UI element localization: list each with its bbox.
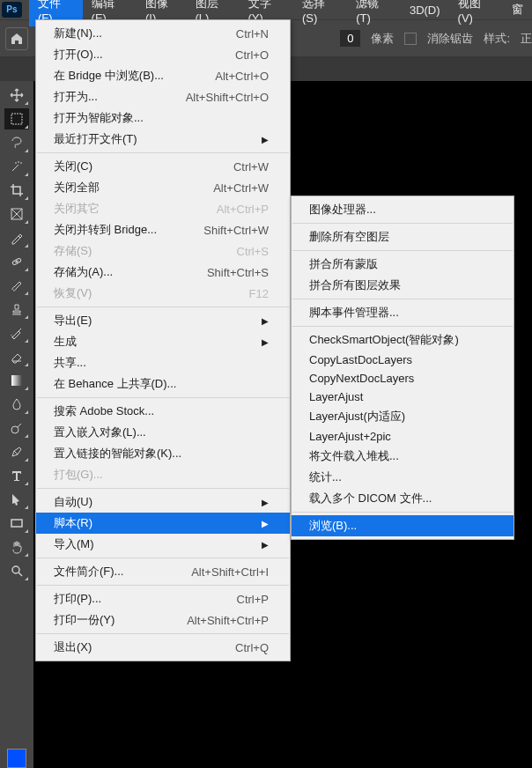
scripts-menu-item-9[interactable]: CheckSmartObject(智能对象) — [292, 329, 514, 351]
svg-point-4 — [11, 426, 18, 433]
scripts-menu-separator — [292, 299, 513, 299]
scripts-menu-item-11[interactable]: CopyNextDocLayers — [292, 369, 514, 388]
foreground-color[interactable] — [7, 749, 26, 768]
scripts-menu-item-5[interactable]: 拼合所有图层效果 — [292, 275, 514, 296]
scripts-menu-item-12[interactable]: LayerAjust — [292, 388, 514, 406]
tool-eyedrop[interactable] — [4, 227, 29, 248]
file-menu-item-16[interactable]: 生成▶ — [36, 331, 290, 352]
tool-pen[interactable] — [4, 441, 29, 462]
tool-wand[interactable] — [4, 156, 29, 177]
file-menu-item-26[interactable]: 脚本(R)▶ — [36, 513, 290, 534]
menu-view[interactable]: 视图(V) — [449, 0, 503, 26]
scripts-menu-item-label: 浏览(B)... — [309, 518, 492, 534]
file-menu-separator — [37, 633, 289, 634]
scripts-menu-item-19[interactable]: 浏览(B)... — [292, 515, 514, 536]
antialias-checkbox[interactable] — [404, 33, 417, 45]
tool-eraser[interactable] — [4, 346, 29, 367]
file-menu-item-label: 存储(S) — [54, 243, 216, 259]
file-menu-item-shortcut: Ctrl+S — [237, 245, 269, 258]
menu-select[interactable]: 选择(S) — [293, 0, 347, 26]
scripts-menu-item-14[interactable]: LayerAjust+2pic — [292, 427, 514, 446]
file-menu-item-label: 自动(U) — [54, 494, 262, 510]
file-menu-item-label: 打包(G)... — [54, 467, 269, 483]
scripts-menu-item-13[interactable]: LayerAjust(内适应) — [292, 406, 514, 427]
scripts-menu-item-2[interactable]: 删除所有空图层 — [292, 226, 514, 247]
file-menu-item-13: 恢复(V)F12 — [36, 283, 290, 304]
file-menu-item-8[interactable]: 关闭全部Alt+Ctrl+W — [36, 177, 290, 198]
file-menu-item-18[interactable]: 在 Behance 上共享(D)... — [36, 373, 290, 395]
tool-crop[interactable] — [4, 180, 29, 201]
file-menu-item-31[interactable]: 打印(P)...Ctrl+P — [36, 588, 290, 609]
file-menu-separator — [37, 397, 289, 398]
tool-hand[interactable] — [4, 536, 29, 558]
file-menu-item-10[interactable]: 关闭并转到 Bridge...Shift+Ctrl+W — [36, 219, 290, 240]
file-menu-item-shortcut: F12 — [249, 287, 269, 300]
tool-marquee[interactable] — [4, 108, 29, 129]
file-menu-item-0[interactable]: 新建(N)...Ctrl+N — [36, 23, 290, 44]
tool-heal[interactable] — [4, 251, 29, 272]
file-menu-item-15[interactable]: 导出(E)▶ — [36, 310, 290, 331]
file-menu-item-34[interactable]: 退出(X)Ctrl+Q — [36, 637, 290, 658]
feather-value[interactable]: 0 — [340, 30, 360, 47]
tool-gradient[interactable] — [4, 370, 29, 391]
file-menu-item-2[interactable]: 在 Bridge 中浏览(B)...Alt+Ctrl+O — [36, 65, 290, 86]
scripts-menu-separator — [292, 512, 513, 513]
scripts-menu-item-0[interactable]: 图像处理器... — [292, 199, 514, 220]
file-menu-item-32[interactable]: 打印一份(Y)Alt+Shift+Ctrl+P — [36, 609, 290, 631]
scripts-menu-item-15[interactable]: 将文件载入堆栈... — [292, 446, 514, 467]
file-menu-item-21[interactable]: 置入嵌入对象(L)... — [36, 422, 290, 443]
home-icon[interactable] — [5, 27, 28, 50]
tool-move[interactable] — [4, 85, 29, 106]
menu-3d[interactable]: 3D(D) — [401, 2, 449, 18]
file-menu-item-29[interactable]: 文件简介(F)...Alt+Shift+Ctrl+I — [36, 561, 290, 582]
scripts-menu-item-10[interactable]: CopyLastDocLayers — [292, 351, 514, 369]
file-menu-item-7[interactable]: 关闭(C)Ctrl+W — [36, 156, 290, 177]
scripts-menu-item-label: CopyLastDocLayers — [309, 353, 492, 366]
tool-stamp[interactable] — [4, 299, 29, 320]
scripts-menu-item-label: 拼合所有蒙版 — [309, 256, 492, 272]
tool-zoom[interactable] — [4, 560, 29, 581]
file-menu-item-4[interactable]: 打开为智能对象... — [36, 107, 290, 129]
file-menu-item-22[interactable]: 置入链接的智能对象(K)... — [36, 443, 290, 464]
scripts-menu-item-label: CheckSmartObject(智能对象) — [309, 332, 492, 348]
tool-history[interactable] — [4, 322, 29, 343]
file-menu-item-shortcut: Ctrl+P — [237, 593, 269, 606]
photoshop-logo: Ps — [2, 2, 22, 18]
file-menu-item-12[interactable]: 存储为(A)...Shift+Ctrl+S — [36, 262, 290, 283]
scripts-menu-item-label: 拼合所有图层效果 — [309, 277, 492, 293]
file-menu-item-label: 打印(P)... — [54, 591, 216, 607]
file-menu-item-label: 文件简介(F)... — [54, 564, 170, 580]
tool-brush[interactable] — [4, 275, 29, 296]
tool-type[interactable] — [4, 465, 29, 486]
file-menu-item-shortcut: Alt+Shift+Ctrl+P — [187, 614, 269, 627]
file-menu-item-label: 导入(M) — [54, 536, 262, 552]
tool-dodge[interactable] — [4, 417, 29, 439]
scripts-menu-item-16[interactable]: 统计... — [292, 467, 514, 488]
file-menu-item-label: 脚本(R) — [54, 515, 262, 531]
scripts-menu-item-7[interactable]: 脚本事件管理器... — [292, 302, 514, 323]
scripts-menu-item-17[interactable]: 载入多个 DICOM 文件... — [292, 488, 514, 509]
file-menu-item-1[interactable]: 打开(O)...Ctrl+O — [36, 44, 290, 65]
tool-path[interactable] — [4, 489, 29, 510]
svg-point-6 — [12, 566, 19, 573]
tool-rect[interactable] — [4, 513, 29, 534]
tool-blur[interactable] — [4, 394, 29, 415]
tool-frame[interactable] — [4, 203, 29, 225]
svg-rect-0 — [11, 114, 22, 124]
style-normal[interactable]: 正 — [521, 31, 532, 47]
file-menu-item-label: 打印一份(Y) — [54, 612, 166, 628]
file-menu-item-20[interactable]: 搜索 Adobe Stock... — [36, 401, 290, 422]
menu-window[interactable]: 窗 — [503, 0, 532, 19]
file-menu-item-25[interactable]: 自动(U)▶ — [36, 491, 290, 513]
file-menu-item-17[interactable]: 共享... — [36, 352, 290, 373]
menubar: Ps 文件(F) 编辑(E) 图像(I) 图层(L) 文字(Y) 选择(S) 滤… — [0, 0, 532, 19]
scripts-menu-separator — [292, 223, 513, 224]
file-menu-item-5[interactable]: 最近打开文件(T)▶ — [36, 129, 290, 150]
tool-lasso[interactable] — [4, 132, 29, 153]
scripts-menu-item-4[interactable]: 拼合所有蒙版 — [292, 254, 514, 275]
menu-filter[interactable]: 滤镜(T) — [347, 0, 401, 26]
file-menu-item-label: 置入链接的智能对象(K)... — [54, 446, 269, 462]
file-menu-item-3[interactable]: 打开为...Alt+Shift+Ctrl+O — [36, 86, 290, 107]
file-menu-item-label: 恢复(V) — [54, 285, 228, 301]
file-menu-item-27[interactable]: 导入(M)▶ — [36, 534, 290, 555]
